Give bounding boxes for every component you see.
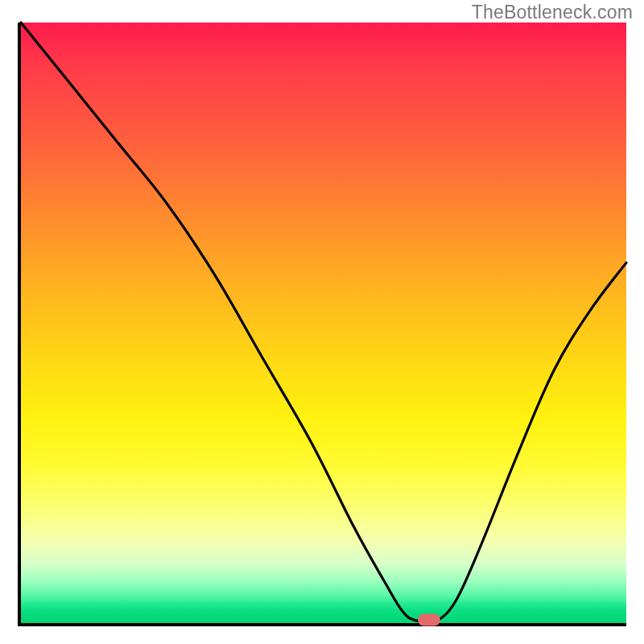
watermark-text: TheBottleneck.com bbox=[472, 2, 633, 23]
chart-canvas: TheBottleneck.com bbox=[0, 0, 644, 644]
bottleneck-curve bbox=[21, 23, 626, 623]
optimal-point-marker bbox=[418, 614, 440, 626]
plot-area bbox=[18, 23, 626, 626]
